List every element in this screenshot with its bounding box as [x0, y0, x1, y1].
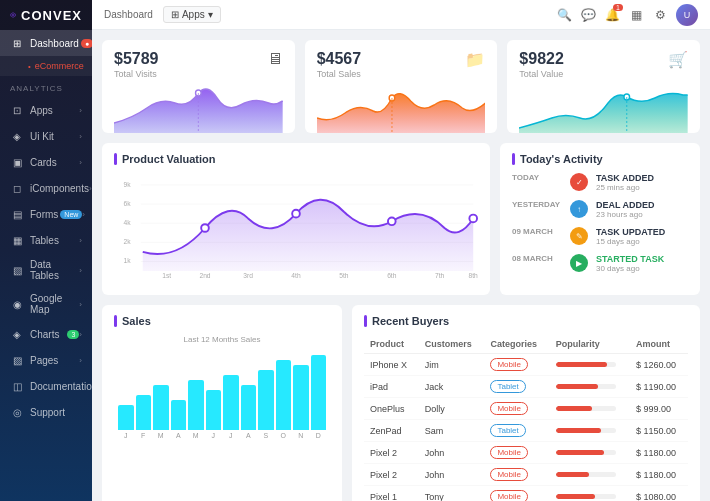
category-badge: Tablet: [490, 380, 525, 393]
activity-content-0: TASK ADDED 25 mins ago: [596, 173, 688, 192]
sidebar-item-uikit[interactable]: ◈ Ui Kit ›: [0, 123, 92, 149]
forms-badge: New: [60, 210, 82, 219]
cell-product: OnePlus: [364, 398, 419, 420]
bar-labels: JFMAMJJASOND: [114, 432, 330, 439]
col-amount: Amount: [630, 335, 688, 354]
bar-0: [118, 405, 134, 430]
bar-label-4: M: [188, 432, 204, 439]
sidebar-item-apps[interactable]: ⊡ Apps ›: [0, 97, 92, 123]
datatables-icon: ▧: [10, 263, 24, 277]
pages-icon: ▨: [10, 353, 24, 367]
cell-customer: John: [419, 464, 485, 486]
bar-2: [153, 385, 169, 430]
settings-button[interactable]: ⚙: [652, 7, 668, 23]
sidebar-label-apps: Apps: [30, 105, 79, 116]
sidebar-item-cards[interactable]: ▣ Cards ›: [0, 149, 92, 175]
avatar[interactable]: U: [676, 4, 698, 26]
bar-label-10: N: [293, 432, 309, 439]
logo-icon: [10, 6, 16, 24]
sidebar-item-forms[interactable]: ▤ Forms New ›: [0, 201, 92, 227]
sidebar-item-dashboard[interactable]: ⊞ Dashboard ●: [0, 30, 92, 56]
popularity-bar: [556, 384, 616, 389]
sidebar-label-pages: Pages: [30, 355, 79, 366]
popularity-bar: [556, 362, 616, 367]
value-icon: 🛒: [668, 50, 688, 69]
col-popularity: Popularity: [550, 335, 630, 354]
sidebar-label-map: Google Map: [30, 293, 79, 315]
charts-arrow-icon: ›: [79, 330, 82, 339]
grid-button[interactable]: ▦: [628, 7, 644, 23]
bar-8: [258, 370, 274, 430]
stat-card-sales-header: $4567 Total Sales 📁: [317, 50, 486, 79]
sales-icon: 📁: [465, 50, 485, 69]
apps-chevron-icon: ▾: [208, 9, 213, 20]
activity-date-2: 09 MARCH: [512, 227, 562, 236]
sidebar-item-tables[interactable]: ▦ Tables ›: [0, 227, 92, 253]
today-activity-card: Today's Activity TODAY ✓ TASK ADDED 25 m…: [500, 143, 700, 295]
svg-text:7th: 7th: [435, 272, 445, 279]
map-arrow-icon: ›: [79, 300, 82, 309]
breadcrumb: Dashboard: [104, 9, 153, 20]
bar-label-11: D: [311, 432, 327, 439]
svg-text:1k: 1k: [124, 257, 132, 264]
search-button[interactable]: 🔍: [556, 7, 572, 23]
stat-sales-amount: $4567: [317, 50, 362, 68]
sales-card: Sales Last 12 Months Sales JFMAMJJASOND: [102, 305, 342, 501]
cell-popularity: [550, 376, 630, 398]
stat-sales-info: $4567 Total Sales: [317, 50, 362, 79]
cell-category: Mobile: [484, 354, 549, 376]
logo[interactable]: CONVEX: [0, 0, 92, 30]
sidebar-label-cards: Cards: [30, 157, 79, 168]
sidebar-item-googlemap[interactable]: ◉ Google Map ›: [0, 287, 92, 321]
cell-customer: Dolly: [419, 398, 485, 420]
notif-count: 1: [613, 4, 623, 11]
bar-label-7: A: [241, 432, 257, 439]
svg-text:2nd: 2nd: [199, 272, 210, 279]
buyers-table-header: Product Customers Categories Popularity …: [364, 335, 688, 354]
table-row: OnePlus Dolly Mobile $ 999.00: [364, 398, 688, 420]
stat-card-value-header: $9822 Total Value 🛒: [519, 50, 688, 79]
notification-button[interactable]: 🔔 1: [604, 7, 620, 23]
svg-text:6th: 6th: [387, 272, 397, 279]
buyers-header-row: Product Customers Categories Popularity …: [364, 335, 688, 354]
bottom-row: Sales Last 12 Months Sales JFMAMJJASOND …: [102, 305, 700, 501]
chat-button[interactable]: 💬: [580, 7, 596, 23]
activity-item-2: 09 MARCH ✎ TASK UPDATED 15 days ago: [512, 227, 688, 246]
bar-label-6: J: [223, 432, 239, 439]
popularity-bar: [556, 406, 616, 411]
stat-sales-label: Total Sales: [317, 69, 362, 79]
bar-6: [223, 375, 239, 430]
popularity-fill: [556, 494, 595, 499]
cell-customer: John: [419, 442, 485, 464]
stat-visits-amount: $5789: [114, 50, 159, 68]
bar-11: [311, 355, 327, 430]
activity-item-0: TODAY ✓ TASK ADDED 25 mins ago: [512, 173, 688, 192]
recent-buyers-title: Recent Buyers: [364, 315, 688, 327]
svg-text:8th: 8th: [469, 272, 478, 279]
svg-text:4k: 4k: [124, 219, 132, 226]
cell-product: ZenPad: [364, 420, 419, 442]
sidebar-item-docs[interactable]: ◫ Documentation: [0, 373, 92, 399]
activity-title-3: STARTED TASK: [596, 254, 688, 264]
sidebar-item-icomponents[interactable]: ◻ iComponents ›: [0, 175, 92, 201]
sidebar-item-pages[interactable]: ▨ Pages ›: [0, 347, 92, 373]
cell-amount: $ 1190.00: [630, 376, 688, 398]
sidebar-item-datatables[interactable]: ▧ Data Tables ›: [0, 253, 92, 287]
category-badge: Mobile: [490, 358, 528, 371]
activity-content-3: STARTED TASK 30 days ago: [596, 254, 688, 273]
logo-text: CONVEX: [21, 8, 82, 23]
sidebar-item-support[interactable]: ◎ Support: [0, 399, 92, 425]
cell-amount: $ 1080.00: [630, 486, 688, 502]
cell-popularity: [550, 398, 630, 420]
svg-text:9k: 9k: [124, 181, 132, 188]
datatables-arrow-icon: ›: [79, 266, 82, 275]
cell-category: Mobile: [484, 398, 549, 420]
sidebar-item-ecommerce[interactable]: eCommerce: [28, 59, 82, 73]
activity-date-1: YESTERDAY: [512, 200, 562, 209]
apps-button[interactable]: ⊞ Apps ▾: [163, 6, 221, 23]
sidebar-item-charts[interactable]: ◈ Charts 3 ›: [0, 321, 92, 347]
stat-value-amount: $9822: [519, 50, 564, 68]
buyers-table-body: IPhone X Jim Mobile $ 1260.00 iPad Jack …: [364, 354, 688, 502]
svg-text:3rd: 3rd: [243, 272, 253, 279]
activity-dot-2: ✎: [570, 227, 588, 245]
